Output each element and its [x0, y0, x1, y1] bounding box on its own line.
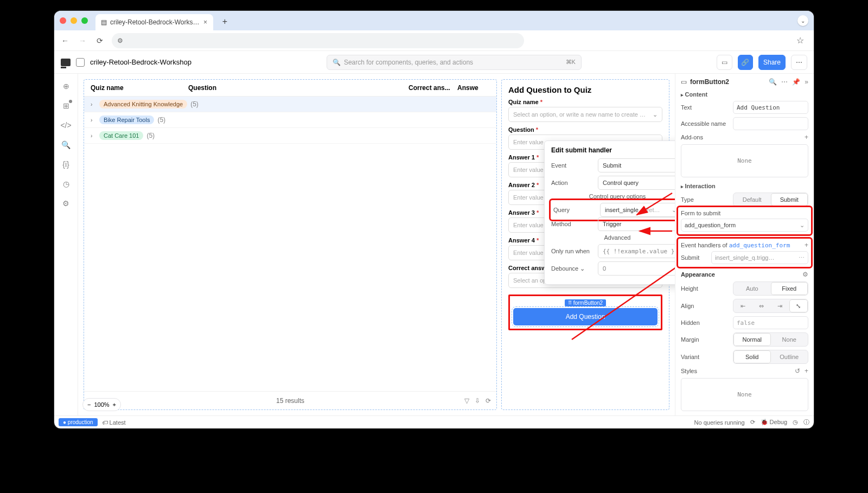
interaction-section[interactable]: Interaction: [681, 183, 808, 189]
form-link[interactable]: add_question_form: [729, 242, 790, 249]
debug-button[interactable]: 🐞 Debug: [761, 419, 787, 426]
browser-tab[interactable]: ▤ criley-Retool-Bedrock-Works… ×: [95, 14, 213, 30]
margin-toggle[interactable]: NormalNone: [733, 332, 808, 347]
content-section[interactable]: Content: [681, 91, 808, 98]
debounce-input[interactable]: 0: [598, 261, 675, 276]
text-input[interactable]: Add Question: [733, 101, 808, 114]
zoom-control[interactable]: − 100% +: [82, 398, 121, 411]
addons-none[interactable]: None: [681, 144, 808, 177]
quiz-pill: Bike Repair Tools: [99, 116, 154, 124]
type-toggle[interactable]: DefaultSubmit: [733, 193, 808, 207]
status-bar: ● production 🏷 Latest No queries running…: [54, 415, 814, 428]
accessible-name-input[interactable]: [733, 117, 808, 130]
quiz-table[interactable]: Quiz name Question Correct ans... Answe …: [84, 79, 497, 410]
canvas[interactable]: Quiz name Question Correct ans... Answe …: [78, 74, 675, 415]
add-question-button[interactable]: Add Question: [513, 308, 658, 325]
inspector-search-icon[interactable]: 🔍: [769, 78, 777, 86]
add-question-form[interactable]: Add Question to Quiz Quiz name * Select …: [501, 79, 669, 410]
clock-icon[interactable]: ◷: [793, 419, 798, 426]
add-handler-icon[interactable]: +: [805, 241, 808, 249]
latest-tag[interactable]: 🏷 Latest: [102, 419, 126, 426]
expand-icon[interactable]: ›: [91, 117, 96, 123]
styles-reset-icon[interactable]: ↺: [795, 367, 800, 375]
event-select[interactable]: Submit: [598, 158, 675, 172]
reload-icon[interactable]: ⟳: [94, 36, 105, 45]
query-select[interactable]: insert_single_q (ret…: [600, 203, 675, 217]
align-toggle[interactable]: ⇤⇔⇥⤡: [733, 299, 808, 313]
search-rail-icon[interactable]: 🔍: [61, 140, 71, 150]
col-answer[interactable]: Answe: [457, 84, 490, 92]
share-button[interactable]: Share: [758, 55, 786, 70]
form-to-submit-select[interactable]: add_question_form⌄: [681, 219, 808, 232]
code-icon[interactable]: </>: [61, 120, 71, 130]
bookmark-icon[interactable]: ☆: [796, 35, 804, 46]
refresh-icon[interactable]: ⟳: [486, 397, 491, 405]
component-tree-icon[interactable]: ⊞: [61, 101, 71, 111]
app-header: criley-Retool-Bedrock-Workshop 🔍 Search …: [54, 51, 814, 74]
settings-icon[interactable]: ⚙: [61, 199, 71, 208]
zoom-level: 100%: [94, 401, 109, 408]
collapse-icon[interactable]: »: [805, 78, 808, 86]
quiz-count: (5): [146, 132, 155, 139]
col-quiz-name[interactable]: Quiz name: [91, 84, 188, 92]
close-window[interactable]: [60, 17, 66, 24]
page-icon[interactable]: [76, 58, 85, 67]
advanced-heading[interactable]: Advanced: [551, 234, 675, 241]
site-settings-icon[interactable]: ⚙: [117, 37, 123, 44]
styles-none[interactable]: None: [681, 378, 808, 411]
component-name[interactable]: formButton2: [690, 78, 729, 86]
retool-logo-icon[interactable]: [61, 59, 71, 66]
queries-refresh-icon[interactable]: ⟳: [750, 419, 755, 426]
minimize-window[interactable]: [71, 17, 77, 24]
breadcrumb[interactable]: criley-Retool-Bedrock-Workshop: [90, 58, 192, 66]
table-row[interactable]: › Bike Repair Tools (5): [84, 112, 496, 128]
appearance-section[interactable]: Appearance: [681, 271, 715, 278]
state-icon[interactable]: {i}: [61, 159, 71, 169]
address-bar[interactable]: ⚙: [112, 33, 524, 48]
help-icon[interactable]: ⓘ: [803, 418, 809, 426]
pin-icon[interactable]: 📌: [792, 78, 800, 86]
more-menu-icon[interactable]: ⋯: [791, 55, 807, 70]
download-icon[interactable]: ⇩: [475, 397, 480, 405]
preview-link-button[interactable]: 🔗: [738, 55, 753, 70]
expand-icon[interactable]: ›: [91, 101, 96, 107]
event-handlers-highlight: Event handlers of add_question_form+ Sub…: [679, 239, 810, 266]
zoom-in-icon[interactable]: +: [113, 401, 116, 408]
method-select[interactable]: Trigger: [598, 217, 675, 231]
responsive-icon[interactable]: ▭: [717, 55, 732, 70]
close-tab-icon[interactable]: ×: [202, 18, 208, 26]
new-tab-button[interactable]: +: [218, 15, 232, 29]
queries-status: No queries running: [694, 419, 745, 426]
col-question[interactable]: Question: [188, 84, 409, 92]
appearance-settings-icon[interactable]: ⚙: [802, 271, 808, 278]
expand-icon[interactable]: ›: [91, 133, 96, 139]
maximize-window[interactable]: [81, 17, 88, 24]
table-row[interactable]: › Advanced Knitting Knowledge (5): [84, 97, 496, 112]
only-run-when-input[interactable]: {{ !!example.value }}: [598, 244, 675, 258]
inspector-more-icon[interactable]: ⋯: [781, 78, 788, 86]
filter-icon[interactable]: ▽: [464, 397, 469, 405]
quiz-pill: Cat Care 101: [99, 131, 143, 140]
form-to-submit-highlight: Form to submit add_question_form⌄: [679, 208, 810, 234]
quiz-name-select[interactable]: Select an option, or write a new name to…: [508, 107, 662, 122]
action-select[interactable]: Control query: [598, 176, 675, 190]
back-icon[interactable]: ←: [60, 36, 71, 45]
tabs-overflow-icon[interactable]: ⌄: [797, 15, 808, 26]
height-toggle[interactable]: AutoFixed: [733, 281, 808, 296]
history-icon[interactable]: ◷: [61, 179, 71, 189]
table-row[interactable]: › Cat Care 101 (5): [84, 128, 496, 144]
variant-toggle[interactable]: SolidOutline: [733, 350, 808, 364]
hidden-input[interactable]: false: [733, 316, 808, 329]
styles-add-icon[interactable]: +: [805, 367, 808, 375]
command-search[interactable]: 🔍 Search for components, queries, and ac…: [327, 55, 582, 70]
forward-icon[interactable]: →: [77, 36, 88, 45]
col-correct[interactable]: Correct ans...: [409, 84, 457, 92]
zoom-out-icon[interactable]: −: [87, 401, 91, 408]
add-icon[interactable]: ⊕: [61, 81, 71, 91]
component-tag[interactable]: ⠿ formButton2: [565, 299, 606, 306]
search-placeholder: Search for components, queries, and acti…: [344, 59, 473, 66]
submit-handler[interactable]: insert_single_q.trigg…⋯: [711, 251, 808, 264]
env-badge[interactable]: ● production: [59, 418, 98, 426]
inspector-panel: ▭ formButton2 🔍 ⋯ 📌 » Content TextAdd Qu…: [675, 74, 814, 415]
addons-add-icon[interactable]: +: [805, 133, 808, 141]
